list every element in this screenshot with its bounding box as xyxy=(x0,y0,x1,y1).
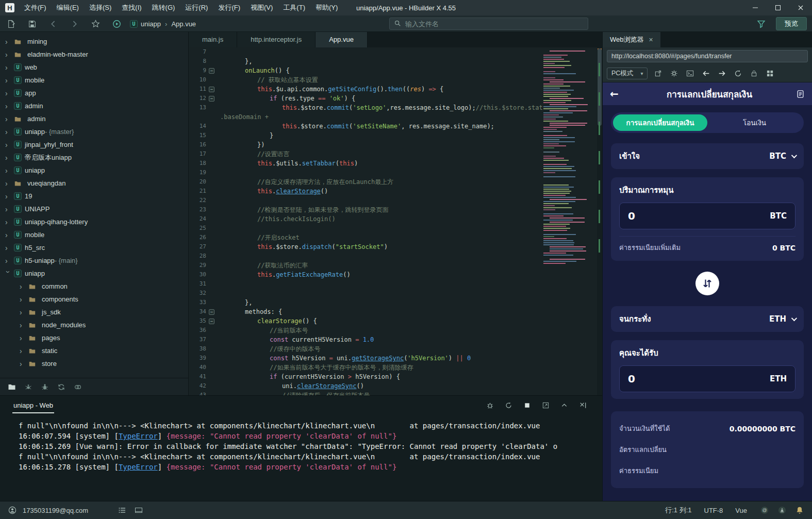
chevron-icon[interactable]: › xyxy=(5,141,12,148)
filetype-indicator[interactable]: Vue xyxy=(735,507,747,514)
file-search-input[interactable] xyxy=(405,20,584,28)
chevron-icon[interactable]: › xyxy=(20,322,26,329)
close-tab-icon[interactable]: × xyxy=(649,36,653,44)
arrow-left-icon[interactable] xyxy=(700,68,711,79)
chevron-icon[interactable]: › xyxy=(5,193,12,200)
project-item[interactable]: ›Ujinpai_yhyl_front xyxy=(0,138,188,151)
project-item[interactable]: ›Umobile xyxy=(0,228,188,241)
chevron-icon[interactable]: › xyxy=(20,334,26,342)
project-item[interactable]: ›Uuniapp xyxy=(0,164,188,177)
editor-tab[interactable]: main.js xyxy=(189,32,237,47)
chevron-icon[interactable]: › xyxy=(5,180,12,187)
list-icon[interactable] xyxy=(117,505,127,515)
folder-item[interactable]: ›store xyxy=(0,357,188,370)
gear-icon[interactable] xyxy=(668,68,680,79)
bell-icon[interactable] xyxy=(794,505,805,515)
breadcrumb-file[interactable]: App.vue xyxy=(171,20,196,28)
fold-icon[interactable]: − xyxy=(209,68,214,74)
chevron-icon[interactable]: › xyxy=(5,128,12,136)
chevron-icon[interactable]: › xyxy=(5,77,12,84)
project-item[interactable]: ›Uweb xyxy=(0,61,188,74)
receive-input[interactable]: 0 ETH xyxy=(619,365,796,392)
app-back-icon[interactable]: ← xyxy=(610,88,625,100)
breadcrumb-project[interactable]: uniapp xyxy=(141,20,161,28)
project-item[interactable]: ›Uadmin xyxy=(0,99,188,112)
chevron-icon[interactable]: › xyxy=(5,90,12,97)
folder-item[interactable]: ›components xyxy=(0,293,188,306)
chevron-icon[interactable]: › xyxy=(5,244,12,252)
filter-funnel-icon[interactable] xyxy=(754,17,768,30)
fold-icon[interactable]: − xyxy=(209,87,214,92)
project-item[interactable]: ›admin xyxy=(0,112,188,125)
grid-icon[interactable] xyxy=(764,68,775,79)
forward-icon[interactable] xyxy=(68,17,81,30)
chevron-icon[interactable]: › xyxy=(5,257,12,264)
file-search-box[interactable] xyxy=(389,18,588,30)
close-split-icon[interactable] xyxy=(577,400,588,410)
new-file-icon[interactable] xyxy=(4,17,18,30)
to-currency-selector[interactable]: จนกระทั่ง ETH xyxy=(611,306,804,332)
run-icon[interactable] xyxy=(110,17,123,30)
amount-input[interactable]: 0 BTC xyxy=(619,203,796,229)
spider-icon[interactable] xyxy=(22,381,35,393)
swap-button[interactable] xyxy=(695,272,719,295)
arrow-right-icon[interactable] xyxy=(716,68,727,79)
chevron-icon[interactable]: › xyxy=(20,360,26,367)
project-item[interactable]: ›Uuniapp xyxy=(0,267,188,280)
project-item[interactable]: ›Uh5-uniapp - {main} xyxy=(0,254,188,267)
folder-item[interactable]: ›node_modules xyxy=(0,319,188,331)
scrollbar-thumb[interactable] xyxy=(598,48,602,126)
project-item[interactable]: ›Uapp xyxy=(0,87,188,99)
order-history-icon[interactable] xyxy=(793,90,805,98)
chevron-icon[interactable]: › xyxy=(20,309,26,316)
project-item[interactable]: ›mining xyxy=(0,35,188,48)
editor-tab[interactable]: http.interceptor.js xyxy=(237,32,316,47)
fold-icon[interactable]: − xyxy=(209,96,214,102)
project-item[interactable]: ›vueqiangdan xyxy=(0,177,188,190)
collapse-icon[interactable] xyxy=(559,400,569,410)
minimap[interactable] xyxy=(542,49,596,265)
fold-icon[interactable]: − xyxy=(209,319,214,324)
from-currency-selector[interactable]: เข้าใจ BTC xyxy=(611,143,804,169)
project-item[interactable]: ›Uuniapp-qihang-lottery xyxy=(0,215,188,228)
circles-icon[interactable] xyxy=(71,381,85,393)
project-item[interactable]: ›UUNIAPP xyxy=(0,203,188,215)
tab-web-browser[interactable]: Web浏览器 × xyxy=(603,32,660,47)
chevron-icon[interactable]: › xyxy=(20,347,26,355)
menu-item[interactable]: 查找(I) xyxy=(117,0,146,15)
chevron-icon[interactable]: › xyxy=(5,167,12,174)
encoding-indicator[interactable]: UTF-8 xyxy=(704,507,723,514)
at-icon[interactable]: @ xyxy=(759,505,770,515)
menu-item[interactable]: 运行(R) xyxy=(180,0,213,15)
chevron-icon[interactable]: › xyxy=(5,271,12,277)
device-mode-select[interactable]: PC模式 ▾ xyxy=(607,68,648,79)
save-icon[interactable] xyxy=(25,17,39,30)
line-col-indicator[interactable]: 行:1 列:1 xyxy=(665,506,691,515)
chevron-icon[interactable]: › xyxy=(5,38,12,45)
back-icon[interactable] xyxy=(46,17,60,30)
folder-item[interactable]: ›static xyxy=(0,344,188,357)
popout-icon[interactable] xyxy=(652,68,664,79)
chevron-icon[interactable]: › xyxy=(5,154,12,161)
lock-icon[interactable] xyxy=(748,68,759,79)
project-item[interactable]: ›Uh5_src xyxy=(0,241,188,254)
tab-transfer[interactable]: โอนเงิน xyxy=(707,114,802,131)
menu-item[interactable]: 跳转(G) xyxy=(147,0,180,15)
chevron-icon[interactable]: › xyxy=(5,219,12,226)
project-item[interactable]: ›Umobile xyxy=(0,74,188,87)
editor-tab[interactable]: App.vue xyxy=(316,32,368,47)
console-log[interactable]: f null"\n\nfound in\n\n---> <Klinechart>… xyxy=(0,414,602,472)
refresh-icon[interactable] xyxy=(732,68,743,79)
bug-icon[interactable] xyxy=(38,381,52,393)
star-icon[interactable] xyxy=(89,17,102,30)
chevron-icon[interactable]: › xyxy=(5,231,12,239)
sync-icon[interactable] xyxy=(55,381,68,393)
stop-icon[interactable] xyxy=(522,400,532,410)
chevron-icon[interactable]: › xyxy=(5,115,12,123)
folder-item[interactable]: ›pages xyxy=(0,331,188,344)
project-item[interactable]: ›Uuniapp - {master} xyxy=(0,125,188,138)
menu-item[interactable]: 选择(S) xyxy=(84,0,117,15)
minimize-button[interactable] xyxy=(744,0,767,15)
menu-item[interactable]: 文件(F) xyxy=(19,0,52,15)
url-input[interactable] xyxy=(607,50,808,62)
